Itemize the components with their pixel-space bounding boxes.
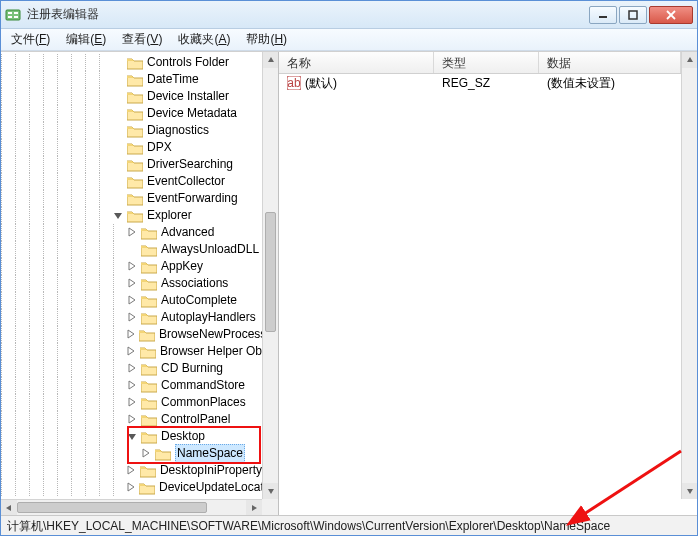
tree-item[interactable]: AutoplayHandlers [1, 309, 262, 326]
expand-icon[interactable] [127, 363, 138, 374]
tree-item[interactable]: NameSpace [1, 445, 262, 462]
tree-item[interactable]: CD Burning [1, 360, 262, 377]
tree-item[interactable]: EventCollector [1, 173, 262, 190]
folder-icon [155, 447, 171, 461]
folder-icon [127, 158, 143, 172]
folder-icon [127, 192, 143, 206]
scroll-right-button[interactable] [246, 500, 262, 515]
menu-file[interactable]: 文件(F) [5, 29, 56, 50]
titlebar[interactable]: 注册表编辑器 [1, 1, 697, 29]
folder-icon [141, 362, 157, 376]
menu-edit[interactable]: 编辑(E) [60, 29, 112, 50]
scroll-left-button[interactable] [1, 500, 17, 515]
tree-item[interactable]: Device Metadata [1, 105, 262, 122]
folder-icon [141, 226, 157, 240]
scroll-up-button[interactable] [263, 52, 278, 68]
tree-item-label: Explorer [147, 207, 192, 224]
scroll-down-button[interactable] [682, 483, 697, 499]
tree-toggle-blank [113, 159, 124, 170]
tree-item[interactable]: AppKey [1, 258, 262, 275]
expand-icon[interactable] [127, 227, 138, 238]
tree-item-label: Device Installer [147, 88, 229, 105]
tree-item-label: DesktopIniProperty [160, 462, 262, 479]
svg-marker-12 [252, 505, 257, 511]
scroll-thumb[interactable] [17, 502, 207, 513]
tree-toggle-blank [113, 142, 124, 153]
tree-item-label: Device Metadata [147, 105, 237, 122]
tree-item[interactable]: DriverSearching [1, 156, 262, 173]
tree-item[interactable]: AutoComplete [1, 292, 262, 309]
column-name[interactable]: 名称 [279, 52, 434, 73]
tree-item-label: Browser Helper Ob [160, 343, 262, 360]
expand-icon[interactable] [127, 414, 138, 425]
tree-item[interactable]: DateTime [1, 71, 262, 88]
expand-icon[interactable] [127, 397, 138, 408]
expand-icon[interactable] [127, 380, 138, 391]
scroll-thumb[interactable] [265, 212, 276, 332]
expand-icon[interactable] [127, 278, 138, 289]
tree-item[interactable]: DeviceUpdateLocati [1, 479, 262, 496]
expand-icon[interactable] [127, 312, 138, 323]
scroll-down-button[interactable] [263, 483, 278, 499]
registry-tree[interactable]: Controls FolderDateTimeDevice InstallerD… [1, 52, 262, 498]
svg-marker-13 [687, 57, 693, 62]
tree-item[interactable]: Advanced [1, 224, 262, 241]
folder-icon [139, 481, 155, 495]
menu-help[interactable]: 帮助(H) [240, 29, 293, 50]
collapse-icon[interactable] [113, 210, 124, 221]
tree-vertical-scrollbar[interactable] [262, 52, 278, 499]
tree-item[interactable]: Diagnostics [1, 122, 262, 139]
expand-icon[interactable] [127, 465, 137, 476]
tree-item[interactable]: CommandStore [1, 377, 262, 394]
menu-favorites[interactable]: 收藏夹(A) [172, 29, 236, 50]
collapse-icon[interactable] [127, 431, 138, 442]
scroll-up-button[interactable] [682, 52, 697, 68]
expand-icon[interactable] [127, 261, 138, 272]
tree-item[interactable]: DPX [1, 139, 262, 156]
expand-icon[interactable] [127, 482, 136, 493]
tree-item[interactable]: BrowseNewProcess [1, 326, 262, 343]
values-vertical-scrollbar[interactable] [681, 52, 697, 499]
folder-icon [127, 175, 143, 189]
expand-icon[interactable] [127, 329, 136, 340]
tree-item[interactable]: EventForwarding [1, 190, 262, 207]
svg-rect-3 [8, 16, 12, 18]
tree-toggle-blank [113, 125, 124, 136]
folder-icon [141, 294, 157, 308]
tree-horizontal-scrollbar[interactable] [1, 499, 262, 515]
tree-item-label: Diagnostics [147, 122, 209, 139]
tree-item[interactable]: Explorer [1, 207, 262, 224]
app-icon [5, 7, 21, 23]
expand-icon[interactable] [127, 295, 138, 306]
values-panel: 名称 类型 数据 (默认)REG_SZ(数值未设置) [279, 52, 697, 515]
column-type[interactable]: 类型 [434, 52, 539, 73]
menu-view[interactable]: 查看(V) [116, 29, 168, 50]
tree-item[interactable]: ControlPanel [1, 411, 262, 428]
column-data[interactable]: 数据 [539, 52, 681, 73]
tree-item-label: BrowseNewProcess [159, 326, 262, 343]
tree-item[interactable]: Desktop [1, 428, 262, 445]
expand-icon[interactable] [127, 346, 137, 357]
folder-icon [141, 379, 157, 393]
tree-item[interactable]: Associations [1, 275, 262, 292]
tree-item[interactable]: CommonPlaces [1, 394, 262, 411]
expand-icon[interactable] [141, 448, 152, 459]
tree-item-label: DateTime [147, 71, 199, 88]
folder-icon [141, 277, 157, 291]
svg-rect-0 [6, 10, 20, 20]
close-button[interactable] [649, 6, 693, 24]
tree-item[interactable]: Controls Folder [1, 54, 262, 71]
folder-icon [127, 124, 143, 138]
folder-icon [141, 311, 157, 325]
minimize-button[interactable] [589, 6, 617, 24]
tree-item-label: EventForwarding [147, 190, 238, 207]
tree-item[interactable]: DesktopIniProperty [1, 462, 262, 479]
svg-rect-6 [629, 11, 637, 19]
value-row[interactable]: (默认)REG_SZ(数值未设置) [279, 74, 681, 92]
tree-item[interactable]: AlwaysUnloadDLL [1, 241, 262, 258]
value-list[interactable]: (默认)REG_SZ(数值未设置) [279, 74, 681, 92]
tree-item[interactable]: Device Installer [1, 88, 262, 105]
tree-toggle-blank [127, 244, 138, 255]
tree-item[interactable]: Browser Helper Ob [1, 343, 262, 360]
maximize-button[interactable] [619, 6, 647, 24]
